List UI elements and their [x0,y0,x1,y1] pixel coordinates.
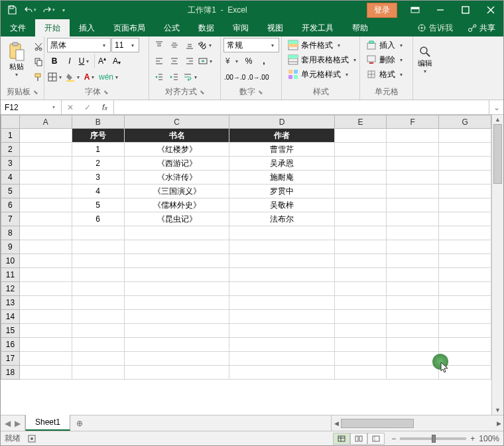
cell[interactable] [439,198,491,212]
cell[interactable] [334,268,387,282]
cell[interactable]: 4 [72,185,124,198]
cell[interactable] [334,212,387,226]
cell[interactable] [72,338,124,352]
cell[interactable] [439,282,491,296]
cell[interactable]: 《儒林外史》 [124,198,229,212]
cell[interactable]: 2 [72,157,124,171]
cell[interactable]: 《三国演义》 [124,185,229,198]
row-header[interactable]: 16 [1,338,20,352]
cell[interactable] [387,268,439,282]
cell[interactable]: 曹雪芹 [229,143,334,157]
cell[interactable] [124,254,229,268]
cell[interactable] [229,240,334,254]
decrease-font-icon[interactable]: A▾ [109,54,124,68]
cell[interactable] [229,268,334,282]
cell[interactable] [334,254,387,268]
cell[interactable] [334,198,387,212]
col-header-A[interactable]: A [19,115,72,129]
cell[interactable] [72,282,124,296]
decrease-decimal-icon[interactable]: .0→.00 [247,70,269,84]
scroll-right-icon[interactable]: ▶ [494,420,503,427]
cell[interactable] [72,226,124,240]
sheet-tab[interactable]: Sheet1 [25,415,70,431]
percent-format-icon[interactable]: % [241,54,256,68]
cell[interactable] [334,185,387,198]
format-cells-button[interactable]: 格式▾ [363,67,408,82]
cell[interactable] [439,352,491,366]
cell[interactable] [439,310,491,324]
cell[interactable] [19,171,72,185]
cell[interactable] [334,129,387,143]
row-header[interactable]: 2 [1,143,20,157]
close-icon[interactable] [478,1,503,19]
tab-插入[interactable]: 插入 [70,19,104,37]
paste-button[interactable]: 粘贴 ▾ [3,38,30,82]
cell[interactable]: 书名 [124,129,229,143]
cell[interactable] [229,282,334,296]
cell[interactable] [19,282,72,296]
hscroll-thumb[interactable] [341,419,414,428]
cell[interactable] [229,366,334,380]
cell[interactable]: 法布尔 [229,212,334,226]
cell[interactable]: 施耐庵 [229,171,334,185]
cell[interactable] [439,171,491,185]
cell[interactable] [124,324,229,338]
row-header[interactable]: 6 [1,198,20,212]
insert-cells-button[interactable]: 插入▾ [363,38,408,52]
align-launcher-icon[interactable]: ⬊ [200,89,205,96]
cell[interactable] [19,143,72,157]
wrap-text-icon[interactable]: ▾ [182,70,200,84]
row-header[interactable]: 9 [1,240,20,254]
font-color-icon[interactable]: A▾ [83,70,97,84]
row-header[interactable]: 17 [1,352,20,366]
col-header-F[interactable]: F [387,115,439,129]
sheet-nav-prev-icon[interactable]: ◀ [5,419,11,428]
cell[interactable] [439,143,491,157]
cell[interactable] [19,240,72,254]
cell[interactable] [334,226,387,240]
number-launcher-icon[interactable]: ⬊ [258,89,263,96]
cell[interactable]: 吴敬梓 [229,198,334,212]
undo-icon[interactable]: ▾ [22,2,39,18]
login-button[interactable]: 登录 [367,3,397,18]
clipboard-launcher-icon[interactable]: ⬊ [33,89,38,96]
add-sheet-icon[interactable]: ⊕ [70,415,89,431]
cell[interactable] [387,366,439,380]
cell[interactable] [19,352,72,366]
cell[interactable] [19,157,72,171]
decrease-indent-icon[interactable] [152,70,166,84]
cell[interactable] [387,310,439,324]
row-header[interactable]: 12 [1,282,20,296]
cell[interactable]: 6 [72,212,124,226]
conditional-format-button[interactable]: 条件格式▾ [284,38,346,52]
row-header[interactable]: 1 [1,129,20,143]
row-header[interactable]: 5 [1,185,20,198]
format-painter-icon[interactable] [31,70,46,84]
cell[interactable] [229,338,334,352]
number-format-dropdown[interactable]: 常规▾ [223,38,279,52]
cell[interactable] [229,254,334,268]
cell[interactable] [19,296,72,310]
cell[interactable] [19,366,72,380]
tab-页面布局[interactable]: 页面布局 [104,19,155,37]
increase-indent-icon[interactable] [167,70,182,84]
align-top-icon[interactable] [152,38,166,52]
cell[interactable] [387,352,439,366]
cell[interactable] [72,366,124,380]
cell[interactable] [72,324,124,338]
cell[interactable] [334,352,387,366]
italic-button[interactable]: I [62,54,77,68]
cell[interactable]: 作者 [229,129,334,143]
name-box[interactable]: F12▾ [1,100,62,114]
cell[interactable] [72,268,124,282]
cell[interactable] [387,240,439,254]
cell[interactable] [124,226,229,240]
cell[interactable] [439,185,491,198]
cell[interactable] [334,310,387,324]
orientation-icon[interactable]: ab▾ [198,38,214,52]
cell[interactable] [334,338,387,352]
cell[interactable] [439,254,491,268]
row-header[interactable]: 7 [1,212,20,226]
ribbon-options-icon[interactable] [403,1,428,19]
tab-开始[interactable]: 开始 [35,19,70,37]
